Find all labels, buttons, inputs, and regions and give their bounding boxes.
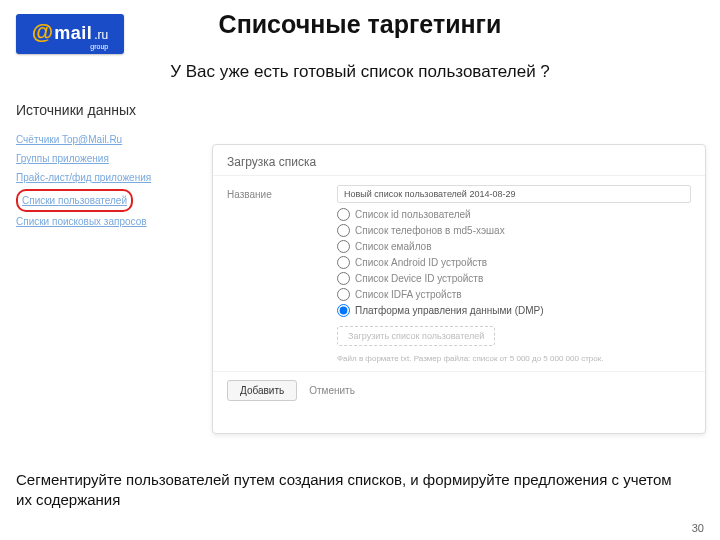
sidebar: Счётчики Top@Mail.Ru Группы приложения П… bbox=[16, 130, 196, 231]
page-number: 30 bbox=[692, 522, 704, 534]
list-type-radios: Список id пользователей Список телефонов… bbox=[337, 208, 691, 317]
radio-option[interactable]: Список Device ID устройств bbox=[337, 272, 691, 285]
radio-option[interactable]: Список Android ID устройств bbox=[337, 256, 691, 269]
name-label: Название bbox=[227, 189, 337, 200]
radio-option[interactable]: Список id пользователей bbox=[337, 208, 691, 221]
radio-option[interactable]: Список IDFA устройств bbox=[337, 288, 691, 301]
slide-subtitle: У Вас уже есть готовый список пользовате… bbox=[0, 62, 720, 82]
list-name-input[interactable] bbox=[337, 185, 691, 203]
upload-file-button[interactable]: Загрузить список пользователей bbox=[337, 326, 495, 346]
footer-caption: Сегментируйте пользователей путем создан… bbox=[16, 470, 690, 511]
slide-title: Списочные таргетинги bbox=[0, 10, 720, 39]
cancel-link[interactable]: Отменить bbox=[309, 385, 355, 396]
radio-option[interactable]: Список емайлов bbox=[337, 240, 691, 253]
sidebar-item-label[interactable]: Списки пользователей bbox=[22, 195, 127, 206]
section-heading: Источники данных bbox=[16, 102, 136, 118]
upload-panel: Загрузка списка Название Список id польз… bbox=[212, 144, 706, 434]
sidebar-item[interactable]: Списки поисковых запросов bbox=[16, 212, 196, 231]
add-button[interactable]: Добавить bbox=[227, 380, 297, 401]
sidebar-item-highlighted: Списки пользователей bbox=[16, 189, 133, 212]
sidebar-item[interactable]: Группы приложения bbox=[16, 149, 196, 168]
sidebar-item[interactable]: Счётчики Top@Mail.Ru bbox=[16, 130, 196, 149]
radio-option[interactable]: Список телефонов в md5-хэшах bbox=[337, 224, 691, 237]
panel-header: Загрузка списка bbox=[213, 145, 705, 175]
sidebar-item[interactable]: Прайс-лист/фид приложения bbox=[16, 168, 196, 187]
upload-hint: Файл в формате txt. Размер файла: список… bbox=[337, 354, 691, 363]
radio-option-selected[interactable]: Платформа управления данными (DMP) bbox=[337, 304, 691, 317]
